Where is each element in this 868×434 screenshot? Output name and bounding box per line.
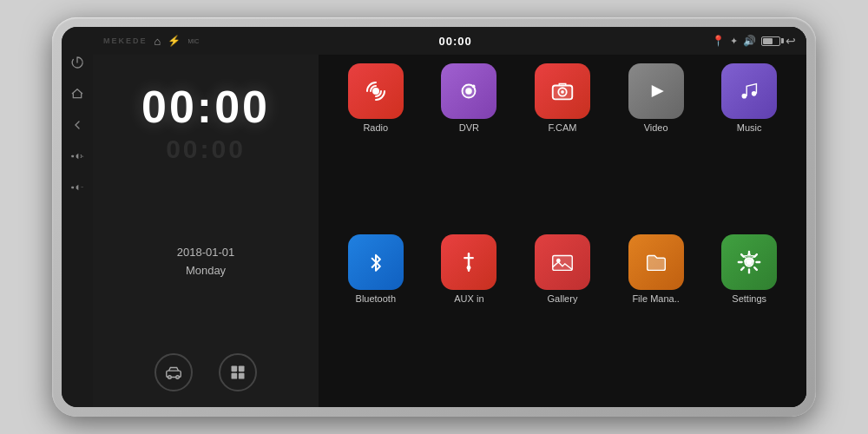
fileman-icon <box>628 234 684 290</box>
svg-text:−: − <box>81 184 83 189</box>
home-button[interactable] <box>68 84 87 103</box>
svg-point-11 <box>372 88 379 95</box>
side-buttons: + − <box>62 27 93 407</box>
location-icon: 📍 <box>712 35 725 47</box>
volume-icon: 🔊 <box>743 35 756 47</box>
svg-point-17 <box>561 90 564 94</box>
app-fileman[interactable]: File Mana.. <box>613 234 700 304</box>
svg-point-20 <box>752 91 757 96</box>
status-bar: MEKEDE ⌂ ⚡ MIC 00:00 📍 ✦ 🔊 <box>93 27 806 55</box>
drive-mode-button[interactable] <box>155 353 193 391</box>
app-music[interactable]: Music <box>706 63 792 133</box>
svg-line-32 <box>741 254 744 257</box>
svg-marker-18 <box>651 85 663 97</box>
gallery-label: Gallery <box>548 293 578 304</box>
svg-point-23 <box>467 266 471 270</box>
back-button[interactable] <box>68 115 87 135</box>
vol-down-button[interactable]: − <box>68 178 87 197</box>
clock-time: 00:00 <box>141 81 270 133</box>
status-home-icon: ⌂ <box>155 35 161 48</box>
main-content: 00:00 00:00 2018-01-01 Monday <box>93 55 806 407</box>
app-video[interactable]: Video <box>613 63 700 133</box>
svg-text:+: + <box>82 154 84 158</box>
svg-point-19 <box>742 94 747 99</box>
fileman-label: File Mana.. <box>632 293 679 304</box>
status-left: MEKEDE ⌂ ⚡ MIC <box>103 35 199 48</box>
app-aux[interactable]: AUX in <box>426 234 513 304</box>
svg-rect-9 <box>232 373 238 379</box>
svg-rect-8 <box>239 366 245 372</box>
status-time: 00:00 <box>438 35 471 48</box>
video-icon <box>628 63 684 119</box>
battery-icon <box>761 36 780 46</box>
aux-icon <box>441 234 496 290</box>
screen-area: MEKEDE ⌂ ⚡ MIC 00:00 📍 ✦ 🔊 <box>93 27 806 407</box>
svg-rect-2 <box>71 187 74 189</box>
aux-label: AUX in <box>454 293 483 304</box>
svg-point-5 <box>168 376 172 379</box>
device-inner: + − MEKEDE ⌂ ⚡ <box>62 27 806 407</box>
app-dvr[interactable]: DVR <box>426 63 513 133</box>
music-icon <box>721 63 777 119</box>
nav-back-icon[interactable]: ↩ <box>786 34 796 48</box>
clock-reflection: 00:00 <box>166 135 246 164</box>
app-bluetooth[interactable]: Bluetooth <box>332 234 419 304</box>
svg-line-34 <box>754 254 757 257</box>
gallery-icon <box>535 234 590 290</box>
bluetooth-app-icon <box>348 234 404 290</box>
settings-label: Settings <box>732 293 766 304</box>
watermark: MEKEDE <box>103 36 148 45</box>
settings-icon <box>721 234 777 290</box>
status-usb-icon: ⚡ <box>168 35 181 47</box>
grid-view-button[interactable] <box>219 353 257 391</box>
clock-bottom-icons <box>155 353 257 391</box>
bluetooth-icon: ✦ <box>730 36 738 47</box>
app-gallery[interactable]: Gallery <box>519 234 606 304</box>
music-label: Music <box>737 122 762 133</box>
svg-point-6 <box>176 376 180 379</box>
dvr-icon <box>441 63 496 119</box>
app-settings[interactable]: Settings <box>706 234 792 304</box>
status-right: 📍 ✦ 🔊 ↩ <box>712 34 796 48</box>
svg-rect-7 <box>232 366 238 372</box>
device-outer: + − MEKEDE ⌂ ⚡ <box>52 17 816 417</box>
app-fcam[interactable]: F.CAM <box>519 63 606 133</box>
app-radio[interactable]: Radio <box>332 63 419 133</box>
mic-label: MIC <box>187 38 199 44</box>
bluetooth-label: Bluetooth <box>356 293 396 304</box>
clock-date: 2018-01-01 Monday <box>177 244 235 280</box>
svg-line-35 <box>741 267 744 270</box>
video-label: Video <box>644 122 668 133</box>
fcam-label: F.CAM <box>548 122 576 133</box>
vol-up-button[interactable]: + <box>68 147 87 166</box>
svg-point-13 <box>466 88 473 95</box>
svg-point-14 <box>472 85 476 89</box>
svg-rect-24 <box>553 256 573 271</box>
radio-icon <box>348 63 404 119</box>
radio-label: Radio <box>363 122 388 133</box>
power-button[interactable] <box>68 53 87 72</box>
apps-grid: Radio DVR <box>319 55 806 407</box>
fcam-icon <box>535 63 590 119</box>
svg-line-33 <box>754 267 757 270</box>
svg-rect-0 <box>71 155 74 158</box>
clock-panel: 00:00 00:00 2018-01-01 Monday <box>93 55 319 407</box>
dvr-label: DVR <box>459 122 479 133</box>
svg-rect-10 <box>239 373 245 379</box>
